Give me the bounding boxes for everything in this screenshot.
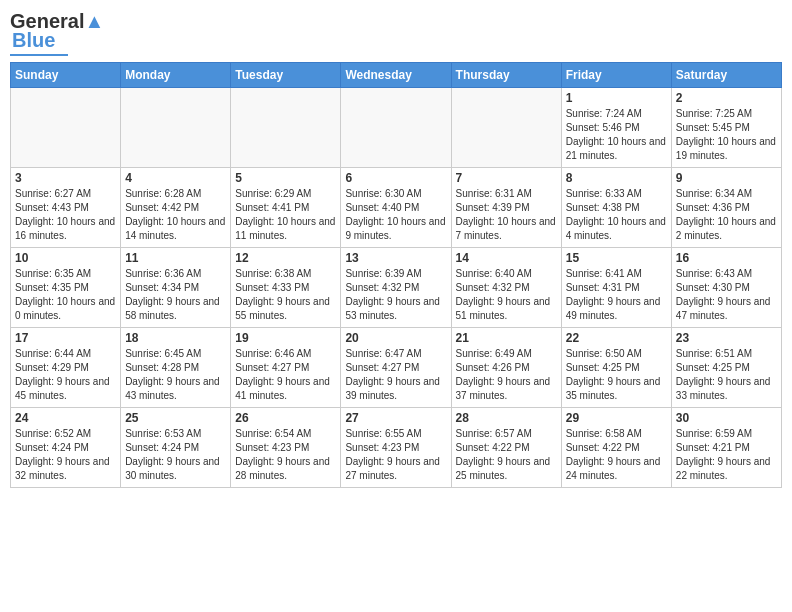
- calendar-cell: [121, 88, 231, 168]
- day-info: Sunrise: 6:29 AM Sunset: 4:41 PM Dayligh…: [235, 187, 336, 243]
- day-number: 19: [235, 331, 336, 345]
- calendar-cell: 10Sunrise: 6:35 AM Sunset: 4:35 PM Dayli…: [11, 248, 121, 328]
- weekday-header-sunday: Sunday: [11, 63, 121, 88]
- calendar-cell: 6Sunrise: 6:30 AM Sunset: 4:40 PM Daylig…: [341, 168, 451, 248]
- day-info: Sunrise: 6:47 AM Sunset: 4:27 PM Dayligh…: [345, 347, 446, 403]
- weekday-header-wednesday: Wednesday: [341, 63, 451, 88]
- day-number: 6: [345, 171, 446, 185]
- calendar-cell: 9Sunrise: 6:34 AM Sunset: 4:36 PM Daylig…: [671, 168, 781, 248]
- calendar-cell: 27Sunrise: 6:55 AM Sunset: 4:23 PM Dayli…: [341, 408, 451, 488]
- day-number: 23: [676, 331, 777, 345]
- calendar-cell: 3Sunrise: 6:27 AM Sunset: 4:43 PM Daylig…: [11, 168, 121, 248]
- calendar-cell: 15Sunrise: 6:41 AM Sunset: 4:31 PM Dayli…: [561, 248, 671, 328]
- day-number: 5: [235, 171, 336, 185]
- day-info: Sunrise: 6:51 AM Sunset: 4:25 PM Dayligh…: [676, 347, 777, 403]
- calendar-cell: 16Sunrise: 6:43 AM Sunset: 4:30 PM Dayli…: [671, 248, 781, 328]
- day-info: Sunrise: 6:59 AM Sunset: 4:21 PM Dayligh…: [676, 427, 777, 483]
- logo-divider: [10, 54, 68, 56]
- calendar-cell: 1Sunrise: 7:24 AM Sunset: 5:46 PM Daylig…: [561, 88, 671, 168]
- weekday-header-friday: Friday: [561, 63, 671, 88]
- day-info: Sunrise: 6:30 AM Sunset: 4:40 PM Dayligh…: [345, 187, 446, 243]
- calendar-header-row: SundayMondayTuesdayWednesdayThursdayFrid…: [11, 63, 782, 88]
- day-number: 15: [566, 251, 667, 265]
- day-info: Sunrise: 6:34 AM Sunset: 4:36 PM Dayligh…: [676, 187, 777, 243]
- day-number: 4: [125, 171, 226, 185]
- calendar-cell: 30Sunrise: 6:59 AM Sunset: 4:21 PM Dayli…: [671, 408, 781, 488]
- day-info: Sunrise: 6:39 AM Sunset: 4:32 PM Dayligh…: [345, 267, 446, 323]
- calendar: SundayMondayTuesdayWednesdayThursdayFrid…: [10, 62, 782, 488]
- calendar-week-2: 3Sunrise: 6:27 AM Sunset: 4:43 PM Daylig…: [11, 168, 782, 248]
- day-info: Sunrise: 6:43 AM Sunset: 4:30 PM Dayligh…: [676, 267, 777, 323]
- day-number: 14: [456, 251, 557, 265]
- calendar-cell: 7Sunrise: 6:31 AM Sunset: 4:39 PM Daylig…: [451, 168, 561, 248]
- calendar-week-4: 17Sunrise: 6:44 AM Sunset: 4:29 PM Dayli…: [11, 328, 782, 408]
- day-info: Sunrise: 6:45 AM Sunset: 4:28 PM Dayligh…: [125, 347, 226, 403]
- day-number: 29: [566, 411, 667, 425]
- weekday-header-saturday: Saturday: [671, 63, 781, 88]
- calendar-cell: 8Sunrise: 6:33 AM Sunset: 4:38 PM Daylig…: [561, 168, 671, 248]
- day-info: Sunrise: 6:31 AM Sunset: 4:39 PM Dayligh…: [456, 187, 557, 243]
- day-info: Sunrise: 6:55 AM Sunset: 4:23 PM Dayligh…: [345, 427, 446, 483]
- day-number: 20: [345, 331, 446, 345]
- day-number: 1: [566, 91, 667, 105]
- day-info: Sunrise: 6:57 AM Sunset: 4:22 PM Dayligh…: [456, 427, 557, 483]
- calendar-cell: [231, 88, 341, 168]
- day-number: 21: [456, 331, 557, 345]
- header: General▲ Blue: [10, 10, 782, 56]
- day-info: Sunrise: 6:54 AM Sunset: 4:23 PM Dayligh…: [235, 427, 336, 483]
- calendar-cell: 4Sunrise: 6:28 AM Sunset: 4:42 PM Daylig…: [121, 168, 231, 248]
- calendar-cell: 11Sunrise: 6:36 AM Sunset: 4:34 PM Dayli…: [121, 248, 231, 328]
- day-info: Sunrise: 6:27 AM Sunset: 4:43 PM Dayligh…: [15, 187, 116, 243]
- day-number: 30: [676, 411, 777, 425]
- day-number: 2: [676, 91, 777, 105]
- calendar-cell: [341, 88, 451, 168]
- day-number: 8: [566, 171, 667, 185]
- day-number: 18: [125, 331, 226, 345]
- calendar-cell: 12Sunrise: 6:38 AM Sunset: 4:33 PM Dayli…: [231, 248, 341, 328]
- calendar-cell: 5Sunrise: 6:29 AM Sunset: 4:41 PM Daylig…: [231, 168, 341, 248]
- day-number: 17: [15, 331, 116, 345]
- day-number: 13: [345, 251, 446, 265]
- day-number: 28: [456, 411, 557, 425]
- calendar-cell: 23Sunrise: 6:51 AM Sunset: 4:25 PM Dayli…: [671, 328, 781, 408]
- calendar-cell: 14Sunrise: 6:40 AM Sunset: 4:32 PM Dayli…: [451, 248, 561, 328]
- day-number: 16: [676, 251, 777, 265]
- calendar-cell: 22Sunrise: 6:50 AM Sunset: 4:25 PM Dayli…: [561, 328, 671, 408]
- day-number: 10: [15, 251, 116, 265]
- day-info: Sunrise: 6:46 AM Sunset: 4:27 PM Dayligh…: [235, 347, 336, 403]
- day-info: Sunrise: 6:33 AM Sunset: 4:38 PM Dayligh…: [566, 187, 667, 243]
- calendar-cell: 29Sunrise: 6:58 AM Sunset: 4:22 PM Dayli…: [561, 408, 671, 488]
- logo-blue: Blue: [12, 29, 55, 52]
- day-number: 11: [125, 251, 226, 265]
- day-number: 27: [345, 411, 446, 425]
- calendar-cell: 21Sunrise: 6:49 AM Sunset: 4:26 PM Dayli…: [451, 328, 561, 408]
- weekday-header-monday: Monday: [121, 63, 231, 88]
- calendar-cell: [451, 88, 561, 168]
- calendar-week-5: 24Sunrise: 6:52 AM Sunset: 4:24 PM Dayli…: [11, 408, 782, 488]
- day-info: Sunrise: 6:38 AM Sunset: 4:33 PM Dayligh…: [235, 267, 336, 323]
- calendar-cell: 2Sunrise: 7:25 AM Sunset: 5:45 PM Daylig…: [671, 88, 781, 168]
- calendar-week-1: 1Sunrise: 7:24 AM Sunset: 5:46 PM Daylig…: [11, 88, 782, 168]
- day-number: 26: [235, 411, 336, 425]
- calendar-week-3: 10Sunrise: 6:35 AM Sunset: 4:35 PM Dayli…: [11, 248, 782, 328]
- day-info: Sunrise: 6:58 AM Sunset: 4:22 PM Dayligh…: [566, 427, 667, 483]
- calendar-cell: [11, 88, 121, 168]
- day-info: Sunrise: 6:28 AM Sunset: 4:42 PM Dayligh…: [125, 187, 226, 243]
- day-info: Sunrise: 6:41 AM Sunset: 4:31 PM Dayligh…: [566, 267, 667, 323]
- day-info: Sunrise: 6:35 AM Sunset: 4:35 PM Dayligh…: [15, 267, 116, 323]
- day-info: Sunrise: 6:40 AM Sunset: 4:32 PM Dayligh…: [456, 267, 557, 323]
- calendar-cell: 20Sunrise: 6:47 AM Sunset: 4:27 PM Dayli…: [341, 328, 451, 408]
- day-number: 7: [456, 171, 557, 185]
- calendar-cell: 25Sunrise: 6:53 AM Sunset: 4:24 PM Dayli…: [121, 408, 231, 488]
- weekday-header-tuesday: Tuesday: [231, 63, 341, 88]
- day-info: Sunrise: 6:53 AM Sunset: 4:24 PM Dayligh…: [125, 427, 226, 483]
- day-number: 24: [15, 411, 116, 425]
- day-number: 3: [15, 171, 116, 185]
- day-info: Sunrise: 7:25 AM Sunset: 5:45 PM Dayligh…: [676, 107, 777, 163]
- day-info: Sunrise: 7:24 AM Sunset: 5:46 PM Dayligh…: [566, 107, 667, 163]
- day-number: 22: [566, 331, 667, 345]
- calendar-cell: 13Sunrise: 6:39 AM Sunset: 4:32 PM Dayli…: [341, 248, 451, 328]
- calendar-cell: 28Sunrise: 6:57 AM Sunset: 4:22 PM Dayli…: [451, 408, 561, 488]
- day-number: 12: [235, 251, 336, 265]
- day-info: Sunrise: 6:44 AM Sunset: 4:29 PM Dayligh…: [15, 347, 116, 403]
